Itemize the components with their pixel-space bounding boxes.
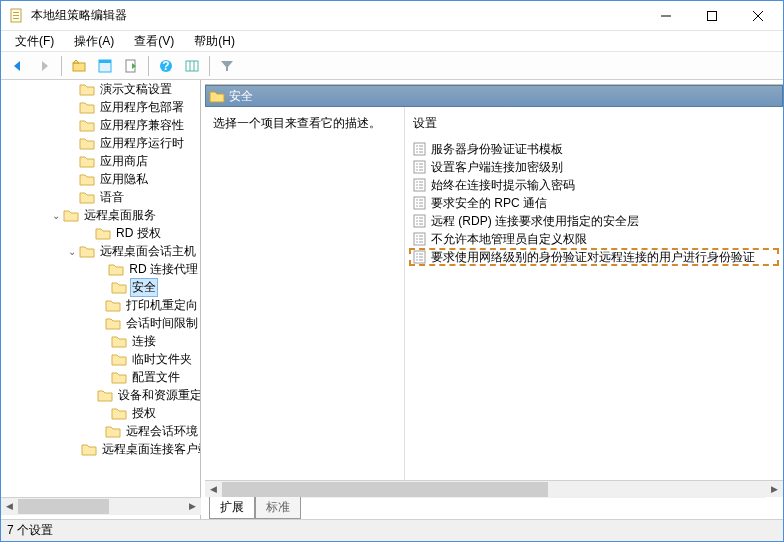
list-pane: 安全 选择一个项目来查看它的描述。 设置 服务器身份验证证书模板设置客户端连接加… xyxy=(205,84,783,519)
folder-icon xyxy=(111,334,127,348)
tree-item[interactable]: 安全 xyxy=(1,278,200,296)
svg-rect-8 xyxy=(73,63,85,71)
tree-item[interactable]: 语音 xyxy=(1,188,200,206)
folder-icon xyxy=(79,136,95,150)
svg-point-41 xyxy=(416,205,418,207)
tree-item[interactable]: 应用隐私 xyxy=(1,170,200,188)
folder-icon xyxy=(79,154,95,168)
tab-standard[interactable]: 标准 xyxy=(255,497,301,519)
minimize-button[interactable] xyxy=(643,1,689,31)
policy-icon xyxy=(413,232,429,246)
tree-item[interactable]: 连接 xyxy=(1,332,200,350)
setting-label: 始终在连接时提示输入密码 xyxy=(431,177,575,194)
tree-pane: 演示文稿设置应用程序包部署应用程序兼容性应用程序运行时应用商店应用隐私语音⌄远程… xyxy=(1,80,201,519)
tree-item[interactable]: 远程桌面连接客户端 xyxy=(1,440,200,458)
svg-point-40 xyxy=(416,202,418,204)
tree-item-label: 设备和资源重定向 xyxy=(116,387,200,404)
window-title: 本地组策略编辑器 xyxy=(31,7,643,24)
tool-help-button[interactable]: ? xyxy=(154,54,178,78)
policy-icon xyxy=(413,142,429,156)
tree-item[interactable]: ⌄远程桌面服务 xyxy=(1,206,200,224)
tree-item[interactable]: 设备和资源重定向 xyxy=(1,386,200,404)
tree-item[interactable]: 远程会话环境 xyxy=(1,422,200,440)
svg-rect-3 xyxy=(13,18,19,19)
tree-item[interactable]: 演示文稿设置 xyxy=(1,80,200,98)
close-button[interactable] xyxy=(735,1,781,31)
tool-properties-button[interactable] xyxy=(93,54,117,78)
toolbar: ? xyxy=(1,52,783,80)
tree-item-label: 安全 xyxy=(130,278,158,297)
svg-point-55 xyxy=(416,241,418,243)
svg-point-19 xyxy=(416,148,418,150)
tree-item[interactable]: 配置文件 xyxy=(1,368,200,386)
svg-rect-2 xyxy=(13,15,19,16)
panel-hscrollbar[interactable]: ◀ ▶ xyxy=(205,480,783,497)
tree-item-label: 应用程序包部署 xyxy=(98,99,186,116)
panel-body: 选择一个项目来查看它的描述。 设置 服务器身份验证证书模板设置客户端连接加密级别… xyxy=(205,107,783,480)
status-text: 7 个设置 xyxy=(7,522,53,539)
svg-rect-1 xyxy=(13,12,19,13)
folder-icon xyxy=(111,406,127,420)
scroll-left-icon[interactable]: ◀ xyxy=(205,481,222,498)
tree-item[interactable]: 临时文件夹 xyxy=(1,350,200,368)
tree-item[interactable]: ⌄远程桌面会话主机 xyxy=(1,242,200,260)
tree-item[interactable]: RD 授权 xyxy=(1,224,200,242)
panel-description: 选择一个项目来查看它的描述。 xyxy=(205,107,405,480)
tool-filter-button[interactable] xyxy=(215,54,239,78)
menu-help[interactable]: 帮助(H) xyxy=(186,31,243,52)
setting-item[interactable]: 要求安全的 RPC 通信 xyxy=(409,194,779,212)
tree-item[interactable]: 应用程序运行时 xyxy=(1,134,200,152)
svg-rect-5 xyxy=(708,11,717,20)
tree-item[interactable]: 会话时间限制 xyxy=(1,314,200,332)
panel-title: 安全 xyxy=(229,88,253,105)
policy-icon xyxy=(413,178,429,192)
folder-icon xyxy=(111,370,127,384)
setting-label: 要求安全的 RPC 通信 xyxy=(431,195,547,212)
tree-item-label: 应用隐私 xyxy=(98,171,150,188)
scroll-right-icon[interactable]: ▶ xyxy=(184,498,201,515)
setting-item[interactable]: 设置客户端连接加密级别 xyxy=(409,158,779,176)
tab-extended[interactable]: 扩展 xyxy=(209,497,255,519)
titlebar: 本地组策略编辑器 xyxy=(1,1,783,31)
tree-item[interactable]: 应用程序包部署 xyxy=(1,98,200,116)
tree-item[interactable]: 应用商店 xyxy=(1,152,200,170)
setting-label: 要求使用网络级别的身份验证对远程连接的用户进行身份验证 xyxy=(431,249,755,266)
scroll-left-icon[interactable]: ◀ xyxy=(1,498,18,515)
tree-hscrollbar[interactable]: ◀ ▶ xyxy=(1,497,201,514)
folder-icon xyxy=(111,352,127,366)
tree-scroll[interactable]: 演示文稿设置应用程序包部署应用程序兼容性应用程序运行时应用商店应用隐私语音⌄远程… xyxy=(1,80,200,519)
menu-action[interactable]: 操作(A) xyxy=(66,31,122,52)
settings-column-header[interactable]: 设置 xyxy=(409,115,779,132)
svg-point-32 xyxy=(416,181,418,183)
tree-item[interactable]: RD 连接代理 xyxy=(1,260,200,278)
collapse-icon[interactable]: ⌄ xyxy=(49,210,63,221)
setting-item[interactable]: 远程 (RDP) 连接要求使用指定的安全层 xyxy=(409,212,779,230)
policy-icon xyxy=(413,250,429,264)
tool-options-button[interactable] xyxy=(180,54,204,78)
setting-item[interactable]: 要求使用网络级别的身份验证对远程连接的用户进行身份验证 xyxy=(409,248,779,266)
collapse-icon[interactable]: ⌄ xyxy=(65,246,79,257)
settings-list: 设置 服务器身份验证证书模板设置客户端连接加密级别始终在连接时提示输入密码要求安… xyxy=(405,107,783,480)
tree-item[interactable]: 授权 xyxy=(1,404,200,422)
folder-icon xyxy=(79,100,95,114)
folder-icon xyxy=(79,190,95,204)
setting-item[interactable]: 服务器身份验证证书模板 xyxy=(409,140,779,158)
menu-view[interactable]: 查看(V) xyxy=(126,31,182,52)
maximize-button[interactable] xyxy=(689,1,735,31)
back-button[interactable] xyxy=(6,54,30,78)
svg-point-61 xyxy=(416,256,418,258)
folder-icon xyxy=(108,262,124,276)
tree-item[interactable]: 应用程序兼容性 xyxy=(1,116,200,134)
tool-up-button[interactable] xyxy=(67,54,91,78)
tree-item[interactable]: 打印机重定向 xyxy=(1,296,200,314)
tool-export-button[interactable] xyxy=(119,54,143,78)
svg-point-53 xyxy=(416,235,418,237)
setting-item[interactable]: 始终在连接时提示输入密码 xyxy=(409,176,779,194)
forward-button[interactable] xyxy=(32,54,56,78)
tree-item-label: 会话时间限制 xyxy=(124,315,200,332)
scroll-right-icon[interactable]: ▶ xyxy=(766,481,783,498)
setting-item[interactable]: 不允许本地管理员自定义权限 xyxy=(409,230,779,248)
window-buttons xyxy=(643,1,781,31)
menu-file[interactable]: 文件(F) xyxy=(7,31,62,52)
folder-icon xyxy=(63,208,79,222)
